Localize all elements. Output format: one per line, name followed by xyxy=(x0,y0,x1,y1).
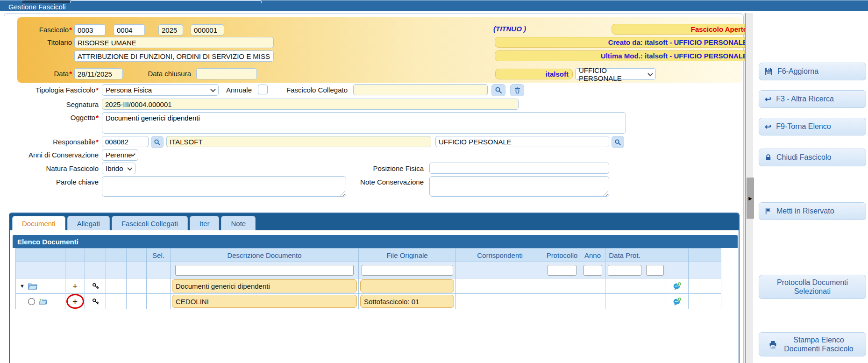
filter-protocollo-input[interactable] xyxy=(548,265,576,276)
parole-chiave-field[interactable] xyxy=(102,176,346,197)
splitter-handle[interactable]: ▶ xyxy=(747,178,754,219)
cell-file-originale[interactable] xyxy=(360,279,454,292)
notes-button[interactable] xyxy=(666,294,689,309)
data-chiusura-field[interactable] xyxy=(196,68,257,79)
fascicolo-field-1[interactable] xyxy=(74,24,106,36)
folder-open-icon xyxy=(28,282,38,290)
metti-in-riservato-button[interactable]: Metti in Riservato xyxy=(759,202,866,220)
cell-corrispondenti xyxy=(456,278,544,294)
responsabile-code-field[interactable] xyxy=(102,136,149,147)
printer-icon xyxy=(769,341,777,349)
header-blank xyxy=(127,249,147,262)
f6-aggiorna-button[interactable]: F6-Aggiorna xyxy=(759,63,866,80)
panel-splitter[interactable]: ▶ xyxy=(745,13,753,363)
header-data-prot[interactable]: Data Prot. xyxy=(605,249,644,262)
filter-descrizione-input[interactable] xyxy=(175,265,354,276)
f9-torna-elenco-button[interactable]: ↩ F9-Torna Elenco xyxy=(759,118,866,135)
responsabile-name-field[interactable] xyxy=(166,136,431,147)
tipologia-select-value: Persona Fisica xyxy=(106,86,152,94)
background-tab[interactable] xyxy=(70,0,262,3)
header-corrispondenti[interactable]: Corrispondenti xyxy=(456,249,544,262)
responsabile-office-search-button[interactable] xyxy=(612,136,624,148)
segnatura-label: Segnatura xyxy=(4,100,99,108)
posizione-fisica-field[interactable] xyxy=(429,163,609,174)
tab-iter[interactable]: Iter xyxy=(190,216,220,230)
f3-altra-ricerca-button[interactable]: ↩ F3 - Altra Ricerca xyxy=(759,90,866,108)
subfolder-icon xyxy=(38,298,48,305)
permissions-button[interactable] xyxy=(85,294,106,309)
comment-add-icon xyxy=(673,297,682,306)
responsabile-label: Responsabile* xyxy=(4,138,99,146)
fascicolo-field-number[interactable] xyxy=(191,24,224,36)
oggetto-field[interactable]: Documenti generici dipendenti xyxy=(102,112,626,134)
cell-blank xyxy=(127,294,147,309)
key-icon xyxy=(92,283,99,290)
anni-conservazione-label: Anni di Conservazione xyxy=(4,151,99,159)
search-icon xyxy=(154,139,161,146)
required-asterisk: * xyxy=(69,70,72,78)
titolario-field-2[interactable] xyxy=(74,50,274,62)
filter-extra-input[interactable] xyxy=(646,265,664,276)
filter-data-prot-input[interactable] xyxy=(608,265,641,276)
cell-protocollo xyxy=(544,294,580,309)
header-key xyxy=(85,249,106,262)
row-radio-button[interactable] xyxy=(28,298,35,305)
notes-button[interactable] xyxy=(666,278,689,294)
app-window: Gestione Fascicoli Fascicolo* (TITNUO ) … xyxy=(0,0,868,363)
responsabile-office-field[interactable] xyxy=(435,136,609,147)
tab-documenti[interactable]: Documenti xyxy=(12,216,65,230)
segnatura-field[interactable] xyxy=(102,99,519,110)
data-field[interactable] xyxy=(74,68,123,79)
cell-descrizione[interactable]: CEDOLINI xyxy=(172,295,357,308)
ufficio-select[interactable]: UFFICIO PERSONALE xyxy=(575,68,656,80)
header-tree xyxy=(16,249,65,262)
fascicolo-field-year[interactable] xyxy=(158,24,183,36)
header-descrizione[interactable]: Descrizione Documento xyxy=(171,249,359,262)
cell-blank xyxy=(106,294,127,309)
cell-sel xyxy=(147,278,171,294)
filter-file-input[interactable] xyxy=(362,265,453,276)
header-file-originale[interactable]: File Originale xyxy=(359,249,456,262)
table-row: ▼ + Documenti generici dipendenti xyxy=(16,278,721,294)
header-protocollo[interactable]: Protocollo xyxy=(544,249,580,262)
window-title: Gestione Fascicoli xyxy=(8,3,66,11)
chiudi-fascicolo-button[interactable]: Chiudi Fascicolo xyxy=(759,149,866,166)
fascicolo-collegato-field[interactable] xyxy=(353,84,488,95)
tab-fascicoli-collegati[interactable]: Fascicoli Collegati xyxy=(112,216,188,230)
anni-conservazione-value: Perenne xyxy=(106,151,132,159)
anni-conservazione-select[interactable]: Perenne xyxy=(102,149,138,161)
add-document-button[interactable]: + xyxy=(72,282,78,291)
fascicolo-collegato-search-button[interactable] xyxy=(491,84,505,96)
cell-descrizione[interactable]: Documenti generici dipendenti xyxy=(172,279,357,292)
oggetto-label: Oggetto* xyxy=(4,114,99,121)
expand-icon[interactable]: ▼ xyxy=(20,283,25,289)
tab-note[interactable]: Note xyxy=(221,216,256,230)
natura-fascicolo-select[interactable]: Ibrido xyxy=(102,163,135,174)
header-anno[interactable]: Anno xyxy=(580,249,605,262)
filter-anno-input[interactable] xyxy=(583,265,602,276)
protocolla-documenti-button[interactable]: Protocolla Documenti Selezionati xyxy=(759,275,866,299)
tab-strip: Documenti Allegati Fascicoli Collegati I… xyxy=(10,214,739,230)
filter-blank xyxy=(127,262,147,278)
titolario-field-1[interactable] xyxy=(74,37,274,48)
cell-file-originale[interactable]: Sottofascicolo: 01 xyxy=(360,295,454,308)
button-label: Protocolla Documenti Selezionati xyxy=(773,278,852,296)
header-add xyxy=(65,249,85,262)
stampa-elenco-button[interactable]: Stampa Elenco Documenti Fascicolo xyxy=(759,332,866,356)
tab-allegati[interactable]: Allegati xyxy=(67,216,110,230)
fascicolo-field-2[interactable] xyxy=(114,24,145,36)
responsabile-search-button[interactable] xyxy=(151,136,164,148)
button-label: F6-Aggiorna xyxy=(777,67,818,76)
trash-icon xyxy=(514,87,521,94)
cell-anno xyxy=(580,294,605,309)
cell-protocollo xyxy=(544,278,580,294)
back-arrow-icon: ↩ xyxy=(765,94,771,104)
add-document-button[interactable]: + xyxy=(72,297,78,306)
fascicolo-collegato-delete-button[interactable] xyxy=(510,84,524,96)
titnuo-label: (TITNUO ) xyxy=(493,25,526,33)
natura-fascicolo-value: Ibrido xyxy=(106,164,123,172)
documents-table: Sel. Descrizione Documento File Original… xyxy=(15,248,721,309)
back-arrow-icon: ↩ xyxy=(765,122,771,132)
permissions-button[interactable] xyxy=(85,278,106,294)
note-conservazione-field[interactable] xyxy=(429,176,609,197)
